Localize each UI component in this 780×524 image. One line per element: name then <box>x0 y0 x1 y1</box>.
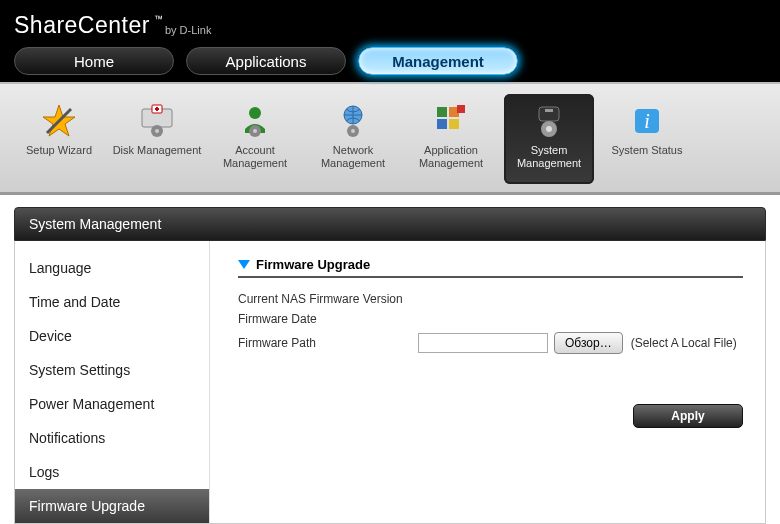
svg-text:i: i <box>644 110 650 132</box>
tab-home[interactable]: Home <box>14 47 174 75</box>
tool-label: Account Management <box>210 144 300 169</box>
brand-tm: ™ <box>154 14 163 24</box>
tool-disk-management[interactable]: Disk Management <box>112 94 202 184</box>
tool-setup-wizard[interactable]: Setup Wizard <box>14 94 104 184</box>
tool-application-management[interactable]: Application Management <box>406 94 496 184</box>
tool-label: Application Management <box>406 144 496 169</box>
brand: ShareCenter ™ by D-Link <box>14 8 766 39</box>
account-icon <box>236 102 274 140</box>
svg-rect-14 <box>449 119 459 129</box>
brand-name: ShareCenter <box>14 12 150 39</box>
sidebar-item-firmware-upgrade[interactable]: Firmware Upgrade <box>15 489 209 523</box>
tool-label: System Status <box>612 144 683 157</box>
tool-label: Setup Wizard <box>26 144 92 157</box>
sidebar-item-time-and-date[interactable]: Time and Date <box>15 285 209 319</box>
section-title-bar: System Management <box>14 207 766 241</box>
tab-management[interactable]: Management <box>358 47 518 75</box>
sidebar-item-power-management[interactable]: Power Management <box>15 387 209 421</box>
panel-header: Firmware Upgrade <box>238 257 743 278</box>
tool-system-status[interactable]: i System Status <box>602 94 692 184</box>
content-panel: Firmware Upgrade Current NAS Firmware Ve… <box>210 241 765 523</box>
browse-button[interactable]: Обзор… <box>554 332 623 354</box>
row-firmware-date: Firmware Date <box>238 312 743 326</box>
svg-point-4 <box>155 129 159 133</box>
firmware-path-hint: (Select A Local File) <box>631 336 737 350</box>
sidebar-item-system-settings[interactable]: System Settings <box>15 353 209 387</box>
system-icon <box>530 102 568 140</box>
svg-rect-11 <box>437 107 447 117</box>
svg-point-19 <box>546 126 552 132</box>
panel-title: Firmware Upgrade <box>256 257 370 272</box>
svg-rect-13 <box>437 119 447 129</box>
svg-rect-15 <box>457 105 465 113</box>
label-firmware-path: Firmware Path <box>238 336 418 350</box>
network-icon <box>334 102 372 140</box>
row-firmware-path: Firmware Path Обзор… (Select A Local Fil… <box>238 332 743 354</box>
apply-row: Apply <box>238 404 743 428</box>
main-tabs: Home Applications Management <box>14 47 766 75</box>
sidebar-item-notifications[interactable]: Notifications <box>15 421 209 455</box>
section-title: System Management <box>29 216 161 232</box>
row-firmware-version: Current NAS Firmware Version <box>238 292 743 306</box>
app-header: ShareCenter ™ by D-Link Home Application… <box>0 0 780 82</box>
application-icon <box>432 102 470 140</box>
apply-button[interactable]: Apply <box>633 404 743 428</box>
chevron-down-icon <box>238 260 250 269</box>
tool-label: Disk Management <box>113 144 202 157</box>
tool-label: Network Management <box>308 144 398 169</box>
sidebar: Language Time and Date Device System Set… <box>15 241 210 523</box>
tab-applications[interactable]: Applications <box>186 47 346 75</box>
sidebar-item-device[interactable]: Device <box>15 319 209 353</box>
sidebar-item-language[interactable]: Language <box>15 251 209 285</box>
label-firmware-date: Firmware Date <box>238 312 418 326</box>
toolbar-strip: Setup Wizard Disk Management <box>0 82 780 195</box>
tool-label: System Management <box>504 144 594 169</box>
svg-rect-17 <box>545 109 553 112</box>
content-body: Language Time and Date Device System Set… <box>14 241 766 524</box>
svg-point-5 <box>249 107 261 119</box>
firmware-path-input[interactable] <box>418 333 548 353</box>
svg-point-7 <box>253 129 257 133</box>
brand-byline: by D-Link <box>165 24 211 36</box>
tool-account-management[interactable]: Account Management <box>210 94 300 184</box>
disk-icon <box>138 102 176 140</box>
sidebar-item-logs[interactable]: Logs <box>15 455 209 489</box>
label-firmware-version: Current NAS Firmware Version <box>238 292 418 306</box>
toolbar: Setup Wizard Disk Management <box>14 94 766 184</box>
status-icon: i <box>628 102 666 140</box>
tool-system-management[interactable]: System Management <box>504 94 594 184</box>
wizard-icon <box>40 102 78 140</box>
svg-point-10 <box>351 129 355 133</box>
tool-network-management[interactable]: Network Management <box>308 94 398 184</box>
